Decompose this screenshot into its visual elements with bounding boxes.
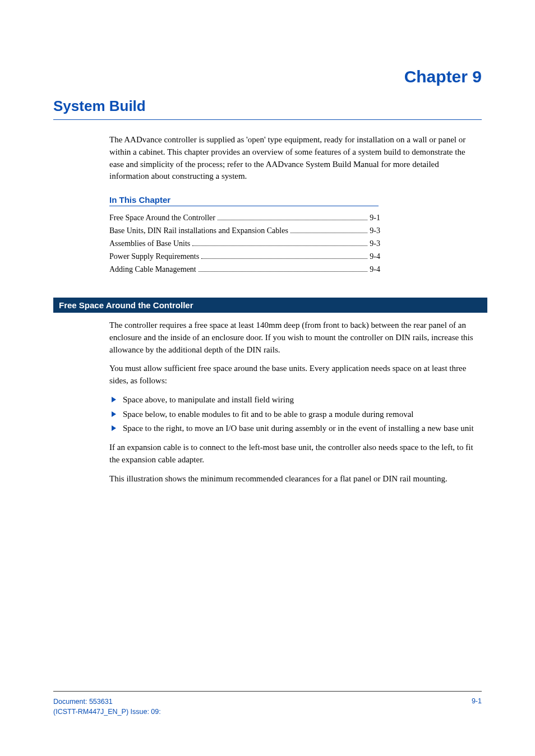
- intro-paragraph: The AADvance controller is supplied as '…: [109, 134, 479, 183]
- footer-page-number: 9-1: [472, 697, 482, 717]
- toc-entry-page: 9-4: [370, 251, 380, 262]
- body-paragraph: You must allow sufficient free space aro…: [109, 363, 479, 387]
- footer-divider: [53, 691, 482, 692]
- list-item: Space to the right, to move an I/O base …: [109, 423, 479, 435]
- footer-issue: (ICSTT-RM447J_EN_P) Issue: 09:: [53, 707, 161, 717]
- chapter-title: System Build: [53, 98, 482, 115]
- body-paragraph: This illustration shows the minimum reco…: [109, 473, 479, 485]
- footer-document-number: Document: 553631: [53, 697, 161, 707]
- toc-entry-page: 9-1: [370, 212, 380, 224]
- title-divider: [53, 119, 482, 120]
- toc-entry: Adding Cable Management 9-4: [109, 263, 380, 275]
- bullet-list: Space above, to manipulate and install f…: [109, 394, 479, 435]
- toc-leader: [218, 214, 367, 220]
- chapter-label: Chapter 9: [53, 67, 482, 86]
- toc-entry-label: Adding Cable Management: [109, 263, 196, 275]
- body-paragraph: If an expansion cable is to connect to t…: [109, 442, 479, 466]
- toc-leader: [192, 240, 367, 246]
- toc-entry: Base Units, DIN Rail installations and E…: [109, 225, 380, 236]
- toc-entry-label: Free Space Around the Controller: [109, 212, 215, 224]
- toc-entry: Assemblies of Base Units 9-3: [109, 238, 380, 249]
- toc-entry: Power Supply Requirements 9-4: [109, 251, 380, 262]
- toc-leader: [199, 266, 368, 272]
- body-paragraph: The controller requires a free space at …: [109, 319, 479, 356]
- toc-entry-page: 9-4: [370, 263, 380, 275]
- section-heading-bar: Free Space Around the Controller: [53, 298, 487, 313]
- page-footer: Document: 553631 (ICSTT-RM447J_EN_P) Iss…: [53, 697, 482, 717]
- toc-entry-label: Power Supply Requirements: [109, 251, 199, 262]
- toc-entry-page: 9-3: [370, 238, 380, 249]
- toc-entry: Free Space Around the Controller 9-1: [109, 212, 380, 224]
- toc-entry-label: Assemblies of Base Units: [109, 238, 190, 249]
- toc-leader: [290, 227, 367, 233]
- list-item: Space below, to enable modules to fit an…: [109, 409, 479, 421]
- toc-entry-label: Base Units, DIN Rail installations and E…: [109, 225, 288, 236]
- toc-entry-page: 9-3: [370, 225, 380, 236]
- footer-document-info: Document: 553631 (ICSTT-RM447J_EN_P) Iss…: [53, 697, 161, 717]
- table-of-contents: Free Space Around the Controller 9-1 Bas…: [109, 212, 380, 275]
- toc-leader: [201, 253, 367, 259]
- list-item: Space above, to manipulate and install f…: [109, 394, 479, 406]
- toc-heading: In This Chapter: [109, 195, 379, 206]
